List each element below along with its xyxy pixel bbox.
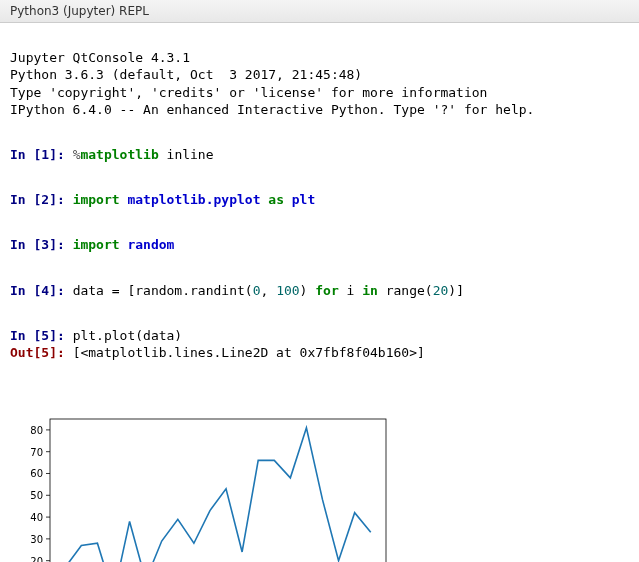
out-prompt: Out[5]: xyxy=(10,345,73,360)
in-prompt: In [4]: xyxy=(10,283,73,298)
repl-banner: Jupyter QtConsole 4.3.1 Python 3.6.3 (de… xyxy=(10,49,629,119)
banner-line: Type 'copyright', 'credits' or 'license'… xyxy=(10,85,487,100)
magic-arg: inline xyxy=(159,147,214,162)
cell-3: In [3]: import random xyxy=(10,236,629,254)
svg-text:40: 40 xyxy=(30,512,43,523)
magic-name: matplotlib xyxy=(80,147,158,162)
banner-line: IPython 6.4.0 -- An enhanced Interactive… xyxy=(10,102,534,117)
svg-text:20: 20 xyxy=(30,556,43,562)
cell-1: In [1]: %matplotlib inline xyxy=(10,146,629,164)
kw-import: import xyxy=(73,237,128,252)
code-text: data = [random.randint( xyxy=(73,283,253,298)
in-prompt: In [2]: xyxy=(10,192,73,207)
cell-5: In [5]: plt.plot(data) Out[5]: [<matplot… xyxy=(10,327,629,362)
out-value: [<matplotlib.lines.Line2D at 0x7fbf8f04b… xyxy=(73,345,425,360)
kw-as: as xyxy=(260,192,291,207)
cell-4: In [4]: data = [random.randint(0, 100) f… xyxy=(10,282,629,300)
num-literal: 20 xyxy=(433,283,449,298)
num-literal: 100 xyxy=(276,283,299,298)
kw-in: in xyxy=(362,283,378,298)
banner-line: Python 3.6.3 (default, Oct 3 2017, 21:45… xyxy=(10,67,362,82)
svg-text:60: 60 xyxy=(30,468,43,479)
code-text: plt.plot(data) xyxy=(73,328,183,343)
line-chart: 010203040506070800.02.55.07.510.012.515.… xyxy=(16,411,396,562)
svg-text:30: 30 xyxy=(30,534,43,545)
svg-text:50: 50 xyxy=(30,490,43,501)
cell-2: In [2]: import matplotlib.pyplot as plt xyxy=(10,191,629,209)
module-name: matplotlib.pyplot xyxy=(127,192,260,207)
code-text: i xyxy=(339,283,362,298)
code-text: ) xyxy=(300,283,316,298)
repl-output[interactable]: Jupyter QtConsole 4.3.1 Python 3.6.3 (de… xyxy=(0,23,639,562)
inline-chart: 010203040506070800.02.55.07.510.012.515.… xyxy=(16,393,629,562)
code-text: )] xyxy=(448,283,464,298)
kw-for: for xyxy=(315,283,338,298)
alias-name: plt xyxy=(292,192,315,207)
svg-text:70: 70 xyxy=(30,447,43,458)
svg-rect-0 xyxy=(50,419,386,562)
window-titlebar: Python3 (Jupyter) REPL xyxy=(0,0,639,23)
kw-import: import xyxy=(73,192,128,207)
code-text: range( xyxy=(378,283,433,298)
in-prompt: In [5]: xyxy=(10,328,73,343)
svg-text:80: 80 xyxy=(30,425,43,436)
window-title: Python3 (Jupyter) REPL xyxy=(10,4,149,18)
banner-line: Jupyter QtConsole 4.3.1 xyxy=(10,50,190,65)
in-prompt: In [1]: xyxy=(10,147,73,162)
in-prompt: In [3]: xyxy=(10,237,73,252)
code-text: , xyxy=(260,283,276,298)
module-name: random xyxy=(127,237,174,252)
